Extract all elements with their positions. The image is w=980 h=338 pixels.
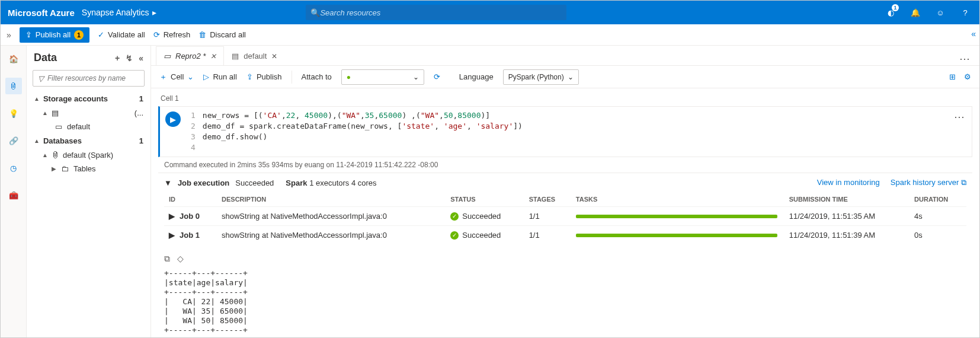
success-icon: ✓ <box>450 212 459 221</box>
filter-resources[interactable]: ▽ <box>33 70 145 87</box>
job-table: ID DESCRIPTION STATUS STAGES TASKS SUBMI… <box>164 192 966 244</box>
tab-label: default <box>244 52 267 60</box>
col-dur: DURATION <box>909 192 966 207</box>
add-cell-button[interactable]: ＋Cell⌄ <box>159 72 194 82</box>
job-row[interactable]: ▶Job 0 showString at NativeMethodAccesso… <box>164 207 966 226</box>
panel-more-icon[interactable]: ↯ <box>126 53 133 63</box>
job-dur: 4s <box>909 207 966 226</box>
run-all-button[interactable]: ▷Run all <box>203 72 236 81</box>
clear-output-icon[interactable]: ◇ <box>177 254 184 264</box>
develop-hub-icon[interactable]: 💡 <box>5 105 22 122</box>
validate-label: Validate all <box>108 30 145 39</box>
play-icon: ▷ <box>203 72 209 81</box>
run-cell-button[interactable]: ▶ <box>165 111 181 127</box>
notifications-icon[interactable]: 🔔 <box>908 5 923 20</box>
refresh-button[interactable]: ⟳Refresh <box>153 30 191 39</box>
tab-default[interactable]: ▤ default ✕ <box>224 46 285 65</box>
databases-label: Databases <box>43 136 82 145</box>
document-tabs: ▭ Repro2 * ✕ ▤ default ✕ ⋯ <box>151 46 979 66</box>
storage-account-node[interactable]: ▲▤ (... <box>27 106 150 120</box>
database-icon: 🛢 <box>52 151 59 160</box>
text-output: +-----+---+------+ |state|age|salary| +-… <box>158 269 972 338</box>
expand-row-icon[interactable]: ▶ <box>169 212 175 221</box>
storage-icon: ▤ <box>232 52 239 60</box>
validate-all-button[interactable]: ✓Validate all <box>98 30 145 39</box>
success-icon: ✓ <box>450 231 459 240</box>
manage-hub-icon[interactable]: 🧰 <box>5 187 22 203</box>
databases-group[interactable]: ▲Databases 1 <box>27 133 150 148</box>
expand-row-icon[interactable]: ▶ <box>169 231 175 240</box>
col-stages: STAGES <box>524 192 571 207</box>
chevron-right-icon: ▶ <box>52 165 56 172</box>
chevron-down-icon: ▲ <box>42 110 48 116</box>
job-id: Job 1 <box>180 231 200 240</box>
add-resource-icon[interactable]: + <box>115 53 120 63</box>
search-icon: 🔍 <box>310 8 320 17</box>
tab-overflow-icon[interactable]: ⋯ <box>959 52 979 65</box>
filter-icon: ▽ <box>38 74 44 83</box>
code-cell[interactable]: ▶ 1234 new_rows = [('CA',22, 45000),("WA… <box>158 106 972 157</box>
storage-ellipsis: (... <box>134 109 143 117</box>
publish-all-label: Publish all <box>36 30 71 39</box>
chevron-down-icon: ▲ <box>34 138 40 144</box>
product-name: Synapse Analytics <box>82 8 149 17</box>
language-dropdown[interactable]: PySpark (Python)⌄ <box>503 69 579 85</box>
close-icon[interactable]: ✕ <box>271 52 277 60</box>
attach-to-dropdown[interactable]: ●⌄ <box>341 69 424 85</box>
job-id: Job 0 <box>180 212 200 221</box>
publish-all-button[interactable]: ⇪ Publish all 1 <box>20 27 89 43</box>
monitor-hub-icon[interactable]: ◷ <box>5 160 22 176</box>
discard-label: Discard all <box>210 30 246 39</box>
data-hub-icon[interactable]: 🛢 <box>5 78 22 94</box>
filter-input[interactable] <box>47 74 139 82</box>
cell-more-icon[interactable]: ⋯ <box>948 107 972 157</box>
code-editor[interactable]: 1234 new_rows = [('CA',22, 45000),("WA",… <box>186 107 948 157</box>
refresh-icon: ⟳ <box>153 30 160 39</box>
variables-icon[interactable]: ⊞ <box>949 72 956 81</box>
collapse-right-icon[interactable]: « <box>971 29 976 39</box>
tab-repro2[interactable]: ▭ Repro2 * ✕ <box>156 46 224 65</box>
job-row[interactable]: ▶Job 1 showString at NativeMethodAccesso… <box>164 226 966 245</box>
home-icon[interactable]: 🏠 <box>5 50 22 67</box>
cloud-shell-icon[interactable]: ◐1 <box>883 5 898 20</box>
publish-label: Publish <box>257 72 282 81</box>
close-icon[interactable]: ✕ <box>210 52 216 60</box>
refresh-attach-icon[interactable]: ⟳ <box>434 72 440 81</box>
help-icon[interactable]: ? <box>958 5 972 20</box>
storage-container-default[interactable]: ▭ default <box>27 120 150 133</box>
cell-header: Cell 1 <box>158 93 972 106</box>
task-progress <box>576 215 777 218</box>
line-gutter: 1234 <box>191 110 196 153</box>
storage-accounts-group[interactable]: ▲Storage accounts 1 <box>27 91 150 106</box>
view-monitoring-link[interactable]: View in monitoring <box>817 178 880 187</box>
container-label: default <box>67 122 90 131</box>
notebook-icon: ▭ <box>164 52 171 60</box>
notification-badge: 1 <box>892 4 899 11</box>
col-desc: DESCRIPTION <box>217 192 446 207</box>
global-search-input[interactable] <box>320 8 562 17</box>
settings-icon[interactable]: ⚙ <box>964 72 971 81</box>
collapse-panel-icon[interactable]: « <box>139 53 143 63</box>
product-breadcrumb[interactable]: Synapse Analytics ▸ <box>82 8 157 17</box>
database-default-spark[interactable]: ▲🛢default (Spark) <box>27 148 150 162</box>
expand-rail-icon[interactable]: » <box>7 30 11 40</box>
global-search[interactable]: 🔍 <box>306 5 566 20</box>
check-icon: ✓ <box>98 30 104 39</box>
job-sub: 11/24/2019, 11:51:35 AM <box>784 207 909 226</box>
feedback-icon[interactable]: ☺ <box>933 5 947 20</box>
spark-history-link[interactable]: Spark history server ⧉ <box>891 178 966 187</box>
cell-label: Cell <box>171 72 184 81</box>
workspace-toolbar: » ⇪ Publish all 1 ✓Validate all ⟳Refresh… <box>1 24 979 46</box>
editor-area: ▭ Repro2 * ✕ ▤ default ✕ ⋯ ＋Cell⌄ ▷Run a… <box>151 46 979 338</box>
azure-top-bar: Microsoft Azure Synapse Analytics ▸ 🔍 ◐1… <box>1 1 979 24</box>
discard-all-button[interactable]: 🗑Discard all <box>198 30 246 39</box>
integrate-hub-icon[interactable]: 🔗 <box>5 132 22 149</box>
publish-button[interactable]: ⇪Publish <box>246 72 282 81</box>
execution-info: Command executed in 2mins 35s 934ms by e… <box>158 157 972 173</box>
chevron-down-icon: ⌄ <box>568 73 574 81</box>
code-source[interactable]: new_rows = [('CA',22, 45000),("WA",35,65… <box>203 110 523 153</box>
tables-node[interactable]: ▶ 🗀 Tables <box>27 162 150 176</box>
job-desc: showString at NativeMethodAccessorImpl.j… <box>217 207 446 226</box>
collapse-icon[interactable]: ▼ <box>164 178 172 187</box>
copy-output-icon[interactable]: ⧉ <box>164 254 170 264</box>
